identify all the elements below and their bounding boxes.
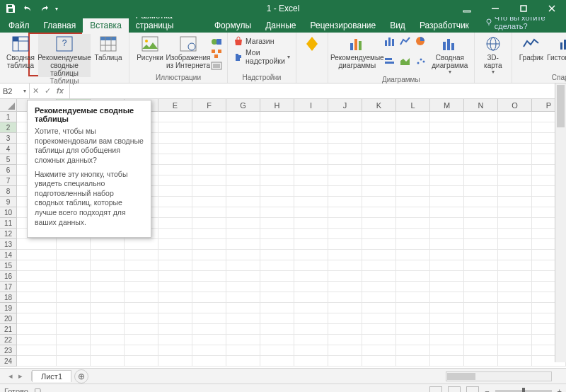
cell[interactable] (57, 239, 91, 250)
cell[interactable] (396, 271, 430, 282)
column-header[interactable]: F (192, 99, 226, 111)
cell[interactable] (430, 345, 464, 356)
cell[interactable] (125, 292, 158, 303)
pie-chart-icon[interactable] (415, 35, 427, 47)
cell[interactable] (294, 282, 328, 292)
cell[interactable] (362, 260, 396, 271)
cell[interactable] (91, 282, 125, 292)
cell[interactable] (226, 229, 260, 239)
close-icon[interactable] (538, 0, 566, 17)
column-header[interactable]: H (260, 99, 294, 111)
cell[interactable] (362, 122, 396, 133)
cell[interactable] (498, 218, 532, 229)
cell[interactable] (362, 112, 396, 122)
cell[interactable] (294, 345, 328, 356)
cell[interactable] (192, 292, 226, 303)
cell[interactable] (125, 250, 158, 260)
cell[interactable] (17, 282, 57, 292)
macro-record-icon[interactable]: ▢ (34, 386, 41, 392)
row-header[interactable]: 3 (0, 133, 17, 144)
cell[interactable] (17, 292, 57, 303)
cell[interactable] (158, 292, 192, 303)
cell[interactable] (362, 324, 396, 335)
bing-maps-button[interactable] (301, 34, 323, 83)
cell[interactable] (91, 345, 125, 356)
cell[interactable] (362, 229, 396, 239)
cell[interactable] (464, 197, 498, 207)
cell[interactable] (498, 144, 532, 154)
tab-file[interactable]: Файл (1, 18, 37, 33)
cell[interactable] (226, 313, 260, 324)
sheet-tab-1[interactable]: Лист1 (32, 370, 71, 382)
bar-chart-icon[interactable] (383, 56, 396, 67)
cell[interactable] (294, 313, 328, 324)
cell[interactable] (362, 282, 396, 292)
cell[interactable] (430, 250, 464, 260)
cell[interactable] (192, 239, 226, 250)
cell[interactable] (260, 335, 294, 345)
cell[interactable] (260, 239, 294, 250)
cell[interactable] (396, 335, 430, 345)
cell[interactable] (192, 324, 226, 335)
cell[interactable] (158, 324, 192, 335)
cell[interactable] (498, 197, 532, 207)
cell[interactable] (498, 229, 532, 239)
row-header[interactable]: 17 (0, 282, 17, 292)
row-header[interactable]: 22 (0, 335, 17, 345)
cell[interactable] (294, 122, 328, 133)
screenshot-icon[interactable] (210, 60, 223, 71)
cell[interactable] (260, 154, 294, 165)
cell[interactable] (226, 260, 260, 271)
cell[interactable] (260, 292, 294, 303)
cell[interactable] (17, 303, 57, 313)
cell[interactable] (91, 271, 125, 282)
zoom-slider[interactable] (495, 390, 552, 393)
cell[interactable] (362, 207, 396, 218)
cell[interactable] (158, 356, 192, 367)
tab-developer[interactable]: Разработчик (412, 18, 476, 33)
cell[interactable] (294, 292, 328, 303)
cell[interactable] (328, 175, 362, 186)
cell[interactable] (464, 292, 498, 303)
cell[interactable] (158, 197, 192, 207)
sparkline-line-button[interactable]: График (516, 34, 546, 74)
cell[interactable] (260, 250, 294, 260)
sparkline-column-button[interactable]: Гистограмма (548, 34, 566, 74)
cell[interactable] (362, 271, 396, 282)
cell[interactable] (464, 250, 498, 260)
cell[interactable] (430, 112, 464, 122)
tab-review[interactable]: Рецензирование (303, 18, 383, 33)
cell[interactable] (260, 218, 294, 229)
cell[interactable] (158, 313, 192, 324)
view-normal-icon[interactable] (429, 386, 442, 393)
cell[interactable] (396, 197, 430, 207)
tab-view[interactable]: Вид (383, 18, 412, 33)
view-page-break-icon[interactable] (466, 386, 479, 393)
row-header[interactable]: 11 (0, 218, 17, 229)
cell[interactable] (430, 165, 464, 175)
cell[interactable] (294, 175, 328, 186)
online-pictures-button[interactable]: Изображения из Интернета (168, 34, 209, 74)
cell[interactable] (91, 313, 125, 324)
cell[interactable] (192, 282, 226, 292)
cell[interactable] (17, 239, 57, 250)
cell[interactable] (17, 313, 57, 324)
horizontal-scrollbar[interactable] (446, 371, 552, 381)
cell[interactable] (226, 122, 260, 133)
cell[interactable] (362, 335, 396, 345)
cell[interactable] (260, 122, 294, 133)
cell[interactable] (362, 186, 396, 197)
cell[interactable] (464, 144, 498, 154)
cell[interactable] (294, 271, 328, 282)
cell[interactable] (464, 356, 498, 367)
cell[interactable] (294, 239, 328, 250)
cell[interactable] (158, 165, 192, 175)
cell[interactable] (430, 218, 464, 229)
cell[interactable] (396, 229, 430, 239)
cell[interactable] (396, 345, 430, 356)
row-header[interactable]: 13 (0, 239, 17, 250)
cell[interactable] (498, 186, 532, 197)
cell[interactable] (328, 303, 362, 313)
cell[interactable] (192, 335, 226, 345)
cell[interactable] (226, 133, 260, 144)
